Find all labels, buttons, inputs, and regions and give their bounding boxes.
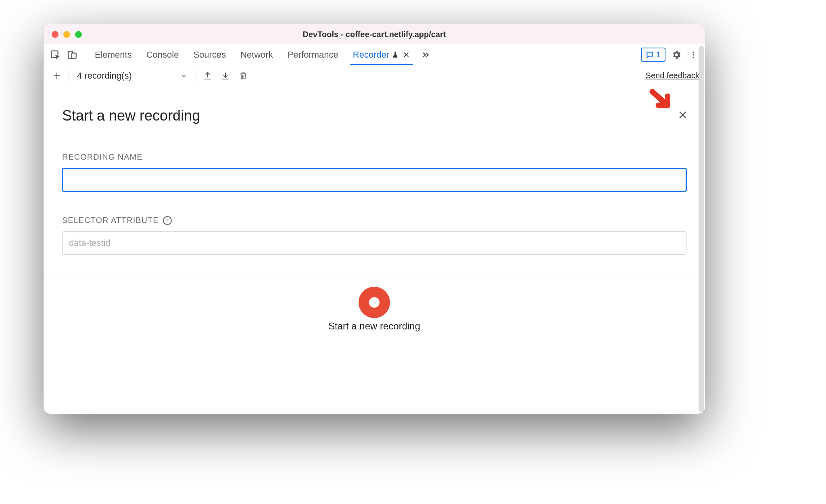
tabs-list: Elements Console Sources Network Perform… [88,44,417,65]
more-tabs-icon[interactable] [417,44,434,65]
tab-recorder[interactable]: Recorder ✕ [346,44,417,65]
issues-count: 1 [656,50,661,59]
inspect-element-icon[interactable] [47,44,64,65]
send-feedback-link[interactable]: Send feedback [646,71,699,80]
tab-elements[interactable]: Elements [88,44,139,65]
traffic-lights [52,31,82,38]
device-toolbar-icon[interactable] [64,44,81,65]
panel-title: Start a new recording [62,107,686,124]
window-titlebar: DevTools - coffee-cart.netlify.app/cart [44,24,705,44]
tab-sources[interactable]: Sources [186,44,233,65]
svg-point-3 [693,51,694,53]
tab-label: Recorder [353,50,389,60]
svg-rect-2 [72,53,76,58]
devtools-tabbar: Elements Console Sources Network Perform… [44,44,705,65]
tab-network[interactable]: Network [233,44,280,65]
divider [84,48,84,61]
close-panel-icon[interactable] [678,110,688,120]
selector-attribute-input[interactable] [62,231,686,255]
tab-label: Network [240,50,273,60]
close-window-icon[interactable] [52,31,58,38]
minimize-window-icon[interactable] [63,31,70,38]
divider [196,70,196,81]
selector-attribute-label-text: SELECTOR ATTRIBUTE [62,216,159,225]
devtools-window: DevTools - coffee-cart.netlify.app/cart … [44,24,705,414]
start-recording-button[interactable] [359,287,390,318]
svg-point-4 [693,54,694,56]
tab-label: Elements [95,50,132,60]
delete-icon[interactable] [236,68,251,83]
tab-console[interactable]: Console [139,44,186,65]
scrollbar[interactable] [699,46,704,412]
recorder-content: Start a new recording RECORDING NAME SEL… [44,86,705,414]
flask-icon [392,51,399,58]
record-icon [369,297,380,308]
recordings-dropdown[interactable]: 4 recording(s) [73,71,192,81]
tab-label: Performance [288,50,338,60]
recording-name-input[interactable] [62,168,686,192]
recordings-label: 4 recording(s) [77,71,132,81]
export-icon[interactable] [200,68,215,83]
start-recording-label: Start a new recording [328,321,420,332]
help-icon[interactable]: ? [163,216,172,225]
import-icon[interactable] [218,68,233,83]
tab-performance[interactable]: Performance [280,44,346,65]
record-area: Start a new recording [44,275,705,332]
zoom-window-icon[interactable] [75,31,82,38]
svg-point-5 [693,56,694,58]
tab-label: Sources [193,50,226,60]
tab-close-icon[interactable]: ✕ [403,50,410,60]
window-title: DevTools - coffee-cart.netlify.app/cart [44,30,705,39]
selector-attribute-label: SELECTOR ATTRIBUTE ? [62,216,686,225]
settings-icon[interactable] [668,44,685,65]
add-recording-icon[interactable] [49,68,65,83]
divider [69,70,69,81]
issues-badge[interactable]: 1 [641,48,665,62]
field-selector-attribute: SELECTOR ATTRIBUTE ? [62,216,686,255]
new-recording-form: Start a new recording RECORDING NAME SEL… [44,86,705,275]
field-recording-name: RECORDING NAME [62,152,686,192]
annotation-arrow-icon [646,86,677,116]
tab-label: Console [146,50,179,60]
chevron-down-icon [180,72,188,79]
recorder-toolbar: 4 recording(s) Send feedback [44,65,705,86]
recording-name-label: RECORDING NAME [62,152,686,162]
